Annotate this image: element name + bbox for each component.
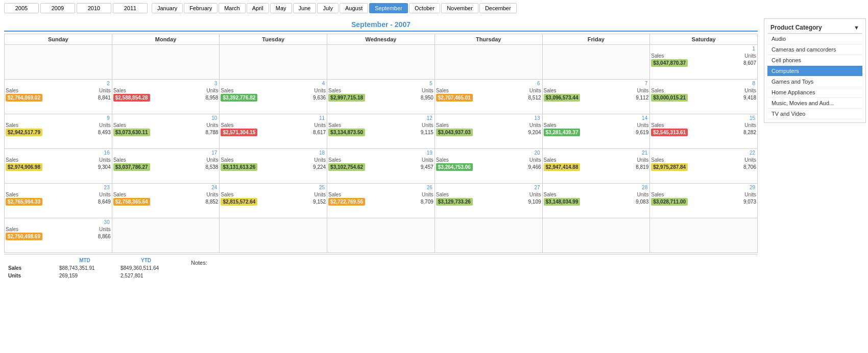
year-btn-2011[interactable]: 2011 [113,3,148,13]
day-number: 27 [534,185,540,190]
calendar-cell: 20SalesUnits$3,264,753.069,466 [435,149,542,184]
sales-value: $2,750,498.69 [6,233,42,240]
month-btn-march[interactable]: March [219,3,246,13]
month-btn-may[interactable]: May [270,3,292,13]
sales-label: Sales [113,192,126,197]
units-value: 9,109 [526,199,541,205]
calendar-cell: 26SalesUnits$2,722,769.568,709 [327,184,435,218]
filter-icon[interactable]: ▼ [854,24,859,31]
sidebar-item-home-appliances[interactable]: Home Appliances [767,87,862,98]
sales-value: $3,148,034.99 [544,198,581,206]
main-area: September - 2007 SundayMondayTuesdayWedn… [0,16,868,286]
day-number: 21 [642,150,647,156]
day-number: 5 [429,81,432,86]
sales-label: Sales [651,157,664,163]
calendar-cell: 2SalesUnits$2,764,869.028,841 [5,80,112,114]
day-number: 8 [752,81,755,86]
month-btn-august[interactable]: August [340,3,368,13]
calendar-cell: 21SalesUnits$2,947,414.888,819 [542,149,650,184]
calendar-title: September - 2007 [4,16,758,31]
day-number: 13 [534,115,540,121]
sales-value: $3,043,937.03 [436,129,473,136]
top-bar: 2005200620072008200920102011 JanuaryFebr… [0,0,868,16]
calendar-cell: 14SalesUnits$3,281,439.379,619 [542,114,650,149]
units-value: 8,706 [741,164,756,170]
units-label: Units [744,122,756,128]
day-number: 24 [211,185,217,190]
calendar-cell: 3SalesUnits$2,588,854.288,958 [112,80,220,114]
units-value: 8,950 [419,95,433,100]
sales-value: $3,037,786.27 [113,163,150,171]
sales-value: $3,028,711.00 [651,198,688,206]
calendar-cell: 12SalesUnits$3,134,873.509,115 [327,114,435,149]
sales-value: $2,758,365.64 [113,198,150,206]
month-btn-december[interactable]: December [479,3,517,13]
calendar-underline [4,31,758,32]
footer-ytd-sales: $849,360,511.64 [120,265,172,271]
calendar-cell [435,45,542,80]
month-btn-june[interactable]: June [293,3,317,13]
month-btn-january[interactable]: January [152,3,183,13]
calendar-cell: 5SalesUnits$2,997,715.188,950 [327,80,435,114]
units-label: Units [207,122,219,128]
sales-value: $2,815,572.64 [221,198,257,206]
sales-label: Sales [651,53,664,59]
sales-value: $3,129,733.26 [436,198,473,206]
weekday-header-sunday: Sunday [5,34,112,45]
units-value: 8,866 [96,234,111,239]
sales-value: $3,392,776.82 [221,94,257,102]
calendar-cell [112,218,220,253]
sales-label: Sales [6,226,18,232]
sidebar-item-tv-and-video[interactable]: TV and Video [767,109,862,119]
day-number: 16 [104,150,110,156]
sales-value: $3,102,754.62 [328,163,365,171]
sales-value: $3,131,613.26 [221,163,257,171]
sidebar-item-music,-movies-and-aud...[interactable]: Music, Movies and Aud... [767,98,862,109]
sales-value: $3,000,015.21 [651,94,688,102]
sales-label: Sales [221,157,233,163]
sidebar-item-cameras-and-camcorders[interactable]: Cameras and camcorders [767,44,862,55]
footer-mtd-sales: $88,743,351.91 [59,265,110,271]
calendar-cell [220,45,327,80]
units-value: 8,512 [526,95,541,100]
month-btn-february[interactable]: February [184,3,218,13]
year-btn-2010[interactable]: 2010 [77,3,111,13]
units-value: 8,493 [96,130,111,135]
calendar-cell: 16SalesUnits$2,974,906.989,304 [5,149,112,184]
calendar-cell: 27SalesUnits$3,129,733.269,109 [435,184,542,218]
units-label: Units [422,192,433,197]
calendar-cell [542,218,650,253]
sales-value: $3,264,753.06 [436,163,473,171]
month-btn-october[interactable]: October [409,3,440,13]
month-btn-july[interactable]: July [317,3,339,13]
sales-label: Sales [6,122,18,128]
sales-label: Sales [113,157,126,163]
units-label: Units [529,192,541,197]
sales-label: Sales [651,122,664,128]
units-label: Units [314,88,326,93]
units-label: Units [422,88,433,93]
units-label: Units [207,192,219,197]
sidebar-item-cell-phones[interactable]: Cell phones [767,55,862,66]
month-btn-september[interactable]: September [369,3,408,13]
day-number: 11 [319,115,325,121]
footer-units-label: Units [8,273,49,279]
ytd-header: YTD [120,258,172,263]
sales-value: $2,588,854.28 [113,94,150,102]
day-number: 2 [107,81,110,86]
units-value: 9,418 [741,95,756,100]
sales-label: Sales [651,192,664,197]
units-value: 9,115 [419,130,433,135]
units-label: Units [529,157,541,163]
sales-value: $2,765,994.33 [6,198,42,206]
year-btn-2005[interactable]: 2005 [4,3,39,13]
sales-label: Sales [221,122,233,128]
day-number: 19 [427,150,432,156]
month-btn-november[interactable]: November [441,3,478,13]
sidebar-item-games-and-toys[interactable]: Games and Toys [767,77,862,87]
year-btn-2009[interactable]: 2009 [40,3,75,13]
sidebar-item-computers[interactable]: Computers [767,66,862,77]
month-btn-april[interactable]: April [247,3,269,13]
sidebar-item-audio[interactable]: Audio [767,34,862,44]
day-number: 14 [642,115,647,121]
